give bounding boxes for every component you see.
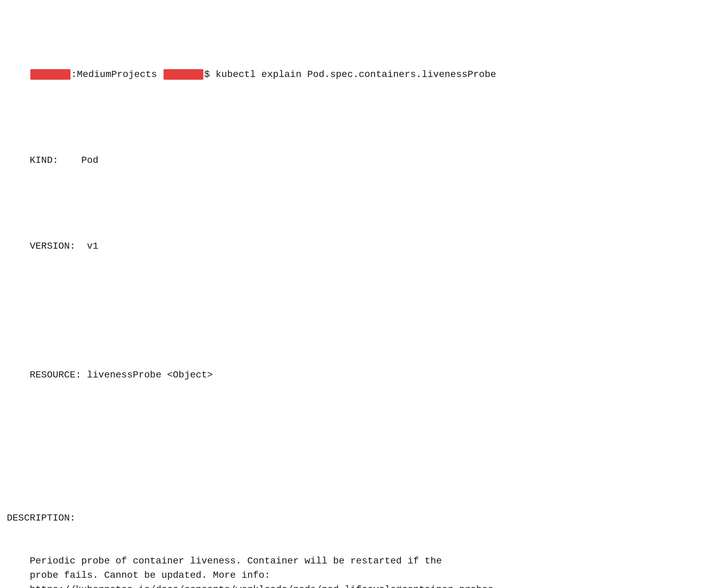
description-label: DESCRIPTION: [7, 511, 705, 525]
resource-value: livenessProbe <Object> [81, 370, 213, 380]
kubectl-command: $ kubectl explain Pod.spec.containers.li… [204, 69, 496, 80]
version-value: v1 [76, 241, 98, 251]
resource-line: RESOURCE: livenessProbe <Object> [7, 354, 705, 397]
resource-label: RESOURCE: [30, 370, 81, 380]
description-body: Periodic probe of container liveness. Co… [7, 554, 705, 588]
version-label: VERSION: [30, 241, 75, 251]
description-line: https://kubernetes.io/docs/concepts/work… [7, 583, 705, 588]
kind-line: KIND: Pod [7, 139, 705, 182]
description-line: probe fails. Cannot be updated. More inf… [7, 568, 705, 583]
description-section: DESCRIPTION: Periodic probe of container… [7, 482, 705, 588]
version-line: VERSION: v1 [7, 225, 705, 268]
redacted-username [30, 69, 71, 80]
kind-label: KIND: [30, 155, 58, 166]
kind-value: Pod [58, 155, 98, 166]
terminal-window: :MediumProjects $ kubectl explain Pod.sp… [7, 10, 705, 588]
prompt-project: :MediumProjects [71, 69, 157, 80]
command-line: :MediumProjects $ kubectl explain Pod.sp… [7, 53, 705, 96]
redacted-path [164, 69, 204, 80]
description-line: Periodic probe of container liveness. Co… [7, 554, 705, 568]
